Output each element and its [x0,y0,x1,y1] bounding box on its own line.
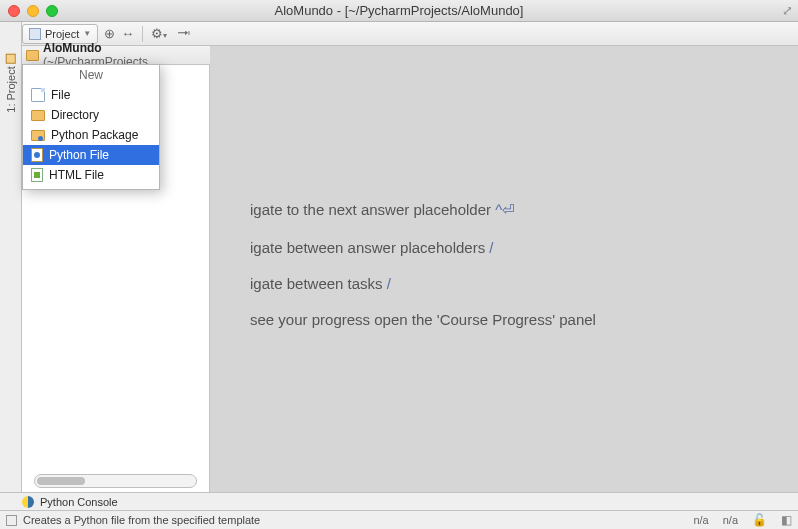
window-title: AloMundo - [~/PycharmProjects/AloMundo] [275,3,524,18]
python-console-tab[interactable]: Python Console [40,496,118,508]
menu-item-html-file[interactable]: HTML File [23,165,159,185]
menu-item-label: HTML File [49,168,104,182]
toolbar-icons: ⊕ ↔ [104,26,134,41]
menu-item-label: Directory [51,108,99,122]
editor-hint-2: igate between answer placeholders / [250,239,494,256]
menu-item-python-file[interactable]: Python File [23,145,159,165]
toolbar-separator [142,26,143,42]
menu-item-label: Python Package [51,128,138,142]
status-message: Creates a Python file from the specified… [23,514,260,526]
fullscreen-icon[interactable]: ⤢ [782,3,793,18]
menu-item-python-package[interactable]: Python Package [23,125,159,145]
python-console-icon [22,496,34,508]
status-bar: Creates a Python file from the specified… [0,510,798,529]
status-indicator-icon[interactable] [6,515,17,526]
new-context-menu: New File Directory Python Package Python… [22,64,160,190]
editor-hint-1: igate to the next answer placeholder ^⏎ [250,201,515,219]
file-icon [31,88,45,102]
expand-icon[interactable]: ↔ [121,26,134,41]
html-file-icon [31,168,43,182]
scrollbar-thumb[interactable] [37,477,85,485]
shortcut-icon: ^⏎ [495,201,515,219]
left-gutter: 1: Project [0,22,22,492]
sidebar-tab-label: 1: Project [5,66,17,112]
project-scrollbar[interactable] [34,474,197,488]
menu-item-directory[interactable]: Directory [23,105,159,125]
editor-area: igate to the next answer placeholder ^⏎ … [210,46,798,492]
menu-item-label: Python File [49,148,109,162]
menu-item-label: File [51,88,70,102]
minimize-window-button[interactable] [27,5,39,17]
hide-panel-icon[interactable]: ⭲ [177,26,190,41]
bottom-tool-bar: Python Console [0,492,798,510]
shortcut-icon: / [489,239,493,256]
gear-icon[interactable]: ⚙︎▾ [151,26,167,41]
zoom-window-button[interactable] [46,5,58,17]
project-root-name: AloMundo [43,41,102,55]
folder-icon [26,50,39,61]
menu-item-file[interactable]: File [23,85,159,105]
project-icon [29,28,41,40]
window-controls [8,5,58,17]
status-field-2: n/a [723,514,738,526]
context-menu-title: New [23,65,159,85]
lock-icon[interactable]: 🔓 [752,513,767,527]
project-root-row[interactable]: AloMundo (~/PycharmProjects [22,46,210,65]
inspector-icon[interactable]: ◧ [781,513,792,527]
editor-hint-3: igate between tasks / [250,275,391,292]
status-field-1: n/a [693,514,708,526]
tool-window-tab-project[interactable]: 1: Project [5,53,17,112]
directory-icon [31,110,45,121]
shortcut-icon: / [387,275,391,292]
python-package-icon [31,130,45,141]
title-bar: AloMundo - [~/PycharmProjects/AloMundo] … [0,0,798,22]
chevron-down-icon: ▼ [83,29,91,38]
target-icon[interactable]: ⊕ [104,26,115,41]
project-button-label: Project [45,28,79,40]
project-tab-icon [6,53,16,63]
close-window-button[interactable] [8,5,20,17]
python-file-icon [31,148,43,162]
editor-hint-4: see your progress open the 'Course Progr… [250,311,596,328]
